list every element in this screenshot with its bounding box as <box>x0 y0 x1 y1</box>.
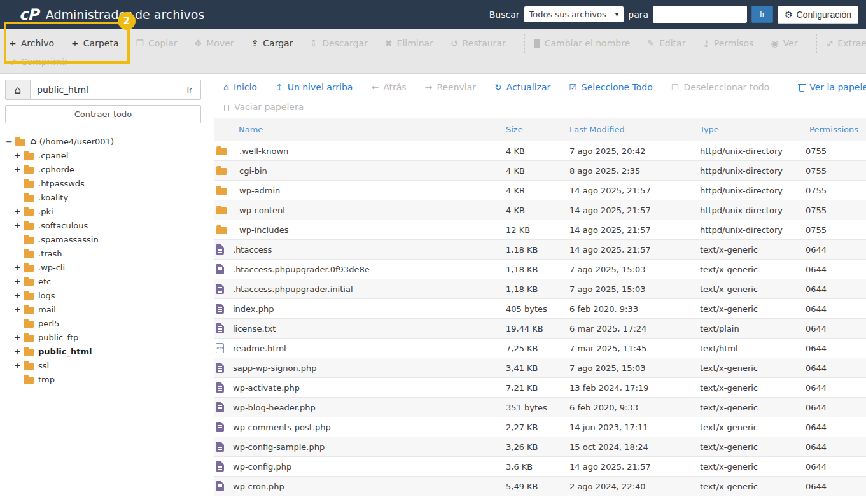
file-name[interactable]: wp-config-sample.php <box>233 442 325 452</box>
sidebar-item-public-ftp[interactable]: +public_ftp <box>5 330 201 344</box>
table-row[interactable]: wp-config.php3,6 KB14 ago 2025, 21:57tex… <box>214 457 866 477</box>
folder-icon <box>24 181 34 188</box>
sidebar-item-pki[interactable]: +.pki <box>5 204 201 218</box>
cell-type: text/x-generic <box>700 358 806 378</box>
collapse-expander-icon[interactable]: − <box>5 137 13 146</box>
file-name[interactable]: index.php <box>233 304 274 314</box>
file-name[interactable]: wp-blog-header.php <box>233 403 316 412</box>
sidebar-item-wp-cli[interactable]: +.wp-cli <box>5 260 201 274</box>
cell-last-modified: 14 ago 2025, 21:57 <box>569 181 700 200</box>
home-button[interactable]: ⌂ <box>5 80 31 100</box>
table-row[interactable]: index.php405 bytes6 feb 2020, 9:33text/x… <box>214 299 866 319</box>
sidebar-item-trash[interactable]: .trash <box>5 246 201 260</box>
nav-item-actualizar[interactable]: ↻Actualizar <box>494 82 550 92</box>
table-row[interactable]: wp-content4 KB14 ago 2025, 21:57httpd/un… <box>214 200 866 220</box>
expand-expander-icon[interactable]: + <box>13 291 22 300</box>
settings-button[interactable]: ⚙ Configuración <box>778 6 858 24</box>
path-go-button[interactable]: Ir <box>178 80 201 100</box>
table-row[interactable]: .htaccess.phpupgrader.0f93de8e1,18 KB7 a… <box>214 260 866 279</box>
file-name[interactable]: .htaccess.phpupgrader.0f93de8e <box>233 265 370 274</box>
expand-expander-icon[interactable]: + <box>13 333 22 342</box>
table-row[interactable]: cgi-bin4 KB8 ago 2025, 2:35httpd/unix-di… <box>214 161 866 181</box>
table-row[interactable]: wp-config-sample.php3,26 KB15 oct 2024, … <box>214 437 866 457</box>
sidebar-item-spamassassin[interactable]: .spamassassin <box>5 232 201 246</box>
file-name[interactable]: wp-includes <box>239 225 288 235</box>
tree-item-label: .wp-cli <box>38 263 65 272</box>
expand-expander-icon[interactable]: + <box>13 165 22 174</box>
column-header-permissions[interactable]: Permissions <box>806 118 866 141</box>
expand-expander-icon[interactable]: + <box>13 305 22 314</box>
file-name[interactable]: wp-comments-post.php <box>233 423 331 432</box>
table-row[interactable]: </>readme.html7,25 KB7 mar 2025, 11:45te… <box>214 339 866 358</box>
search-input[interactable] <box>653 6 747 23</box>
expand-expander-icon[interactable]: + <box>13 221 22 230</box>
search-go-button[interactable]: Ir <box>751 6 773 23</box>
sidebar-item-root[interactable]: −⌂(/home4/user001) <box>5 134 201 148</box>
table-row[interactable]: wp-admin4 KB14 ago 2025, 21:57httpd/unix… <box>214 181 866 200</box>
file-name[interactable]: .well-known <box>239 146 288 156</box>
tree-item-label: public_html <box>38 347 92 356</box>
sidebar-item-cpanel[interactable]: +.cpanel <box>5 148 201 162</box>
table-row[interactable]: .htaccess.phpupgrader.initial1,18 KB7 ag… <box>214 279 866 299</box>
search-scope-select[interactable]: Todos sus archivos ▾ <box>524 6 624 22</box>
expand-expander-icon[interactable]: + <box>13 207 22 216</box>
nav-item-ver-la-papelera[interactable]: Ver la papelera <box>799 82 866 92</box>
sidebar-item-softaculous[interactable]: +.softaculous <box>5 218 201 232</box>
tree-item-label: .htpasswds <box>38 179 85 188</box>
table-row[interactable]: .well-known4 KB7 ago 2025, 20:42httpd/un… <box>214 141 866 161</box>
table-row[interactable]: wp-includes12 KB14 ago 2025, 21:57httpd/… <box>214 220 866 240</box>
file-name-cell: cgi-bin <box>214 166 506 176</box>
file-name[interactable]: wp-content <box>239 206 286 215</box>
toolbar-item-ver: ◉Ver <box>771 38 797 48</box>
file-name[interactable]: wp-admin <box>239 186 280 195</box>
table-row[interactable]: wp-cron.php5,49 KB2 ago 2024, 22:40text/… <box>214 477 866 496</box>
sidebar-item-perl5[interactable]: perl5 <box>5 316 201 330</box>
cell-permissions: 0644 <box>806 398 866 417</box>
nav-item-un-nivel-arriba[interactable]: ↥Un nivel arriba <box>276 82 353 92</box>
sidebar-item-mail[interactable]: +mail <box>5 302 201 316</box>
collapse-all-button[interactable]: Contraer todo <box>5 105 201 123</box>
file-name[interactable]: sapp-wp-signon.php <box>233 363 316 373</box>
file-name[interactable]: cgi-bin <box>239 166 267 176</box>
table-row[interactable]: wp-activate.php7,21 KB13 feb 2024, 17:19… <box>214 378 866 398</box>
toolbar-item-label: Mover <box>206 38 234 48</box>
toolbar-item-archivo[interactable]: +Archivo <box>9 38 54 48</box>
file-name[interactable]: .htaccess <box>233 245 272 255</box>
expand-expander-icon[interactable]: + <box>13 277 22 286</box>
column-header-last-modified[interactable]: Last Modified <box>569 118 700 141</box>
sidebar-item-etc[interactable]: +etc <box>5 274 201 288</box>
sidebar-item-public-html[interactable]: +public_html <box>5 344 201 358</box>
table-row[interactable]: license.txt19,44 KB6 mar 2025, 17:24text… <box>214 319 866 339</box>
expand-expander-icon[interactable]: + <box>13 347 22 356</box>
file-name[interactable]: wp-activate.php <box>233 383 300 393</box>
column-header-type[interactable]: Type <box>700 118 806 141</box>
file-name[interactable]: readme.html <box>233 344 286 353</box>
sidebar-item-tmp[interactable]: tmp <box>5 372 201 386</box>
sidebar-item-logs[interactable]: +logs <box>5 288 201 302</box>
path-input[interactable] <box>31 80 178 100</box>
file-name[interactable]: wp-cron.php <box>233 482 284 491</box>
file-icon <box>216 244 224 255</box>
file-name[interactable]: .htaccess.phpupgrader.initial <box>233 284 353 294</box>
column-header-size[interactable]: Size <box>506 118 569 141</box>
toolbar-item-cargar[interactable]: ⇪Cargar <box>251 38 293 48</box>
file-name[interactable]: wp-config.php <box>233 462 291 472</box>
home-icon: ⌂ <box>15 83 22 96</box>
sidebar-item-htpasswds[interactable]: .htpasswds <box>5 176 201 190</box>
file-name[interactable]: license.txt <box>233 324 276 333</box>
sidebar-item-ssl[interactable]: +ssl <box>5 358 201 372</box>
table-row[interactable]: sapp-wp-signon.php3,41 KB7 ago 2025, 15:… <box>214 358 866 378</box>
nav-item-seleccione-todo[interactable]: ☑Seleccione Todo <box>569 82 653 92</box>
table-row[interactable]: wp-blog-header.php351 bytes6 feb 2020, 9… <box>214 398 866 417</box>
table-row[interactable]: wp-comments-post.php2,27 KB14 jun 2023, … <box>214 417 866 437</box>
table-row[interactable]: .htaccess1,18 KB14 ago 2025, 21:57text/x… <box>214 240 866 260</box>
sidebar-item-koality[interactable]: .koality <box>5 190 201 204</box>
toolbar-item-carpeta[interactable]: +Carpeta <box>71 38 118 48</box>
expand-expander-icon[interactable]: + <box>13 361 22 370</box>
nav-item-inicio[interactable]: ⌂Inicio <box>223 82 257 92</box>
column-header-name[interactable]: Name <box>214 118 506 141</box>
expand-expander-icon[interactable]: + <box>13 263 22 272</box>
expand-expander-icon[interactable]: + <box>13 151 22 160</box>
sidebar-item-cphorde[interactable]: +.cphorde <box>5 162 201 176</box>
cell-type: text/x-generic <box>700 240 806 260</box>
